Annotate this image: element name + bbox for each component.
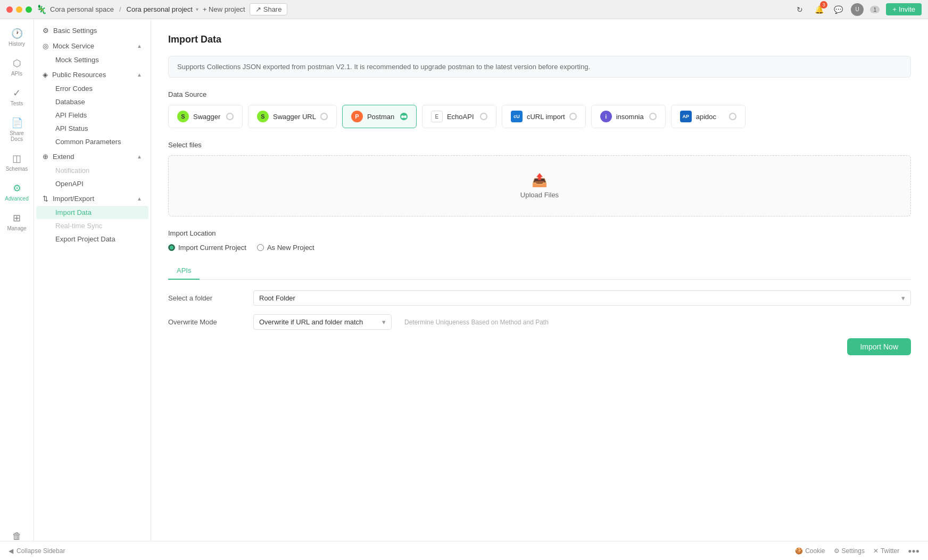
sidebar-item-schemas[interactable]: ◫ Schemas [2,148,32,176]
source-echoapi[interactable]: E EchoAPI [422,105,496,128]
import-location-label: Import Location [168,229,911,237]
tests-icon: ✓ [13,87,21,99]
source-curl[interactable]: cU cURL import [502,105,586,128]
import-location-options: Import Current Project As New Project [168,244,911,252]
select-files-section: Select files 📤 Upload Files [168,141,911,216]
import-export-header[interactable]: ⇅ Import/Export ▲ [34,191,151,206]
schemas-label: Schemas [6,166,28,172]
collapse-label: Collapse Sidebar [16,547,65,555]
mock-service-icon: ◎ [43,42,48,50]
sidebar-item-openapi[interactable]: OpenAPI [36,177,148,190]
new-project-button[interactable]: + New project [203,5,245,13]
sidebar-item-share-docs[interactable]: 📄 Share Docs [2,113,32,146]
import-current-label: Import Current Project [178,244,246,252]
settings-link[interactable]: ⚙ Settings [834,547,865,555]
sidebar-section-mock: ◎ Mock Service ▲ Mock Settings [34,39,151,66]
source-insomnia[interactable]: i insomnia [591,105,666,128]
close-button[interactable] [6,6,13,13]
avatar[interactable]: U [851,3,864,16]
basic-settings-header[interactable]: ⚙ Basic Settings [34,23,151,38]
sidebar-item-export-project[interactable]: Export Project Data [36,232,148,246]
sidebar-item-mock-settings[interactable]: Mock Settings [36,53,148,66]
source-apidoc[interactable]: AP apidoc [671,105,745,128]
sidebar-item-manage[interactable]: ⊞ Manage [2,208,32,236]
twitter-link[interactable]: ✕ Twitter [873,547,899,555]
manage-label: Manage [7,225,26,231]
manage-icon: ⊞ [13,212,21,224]
maximize-button[interactable] [26,6,32,13]
sidebar-item-history[interactable]: 🕐 History [2,23,32,51]
swagger-url-icon: S [257,111,269,122]
mock-service-header[interactable]: ◎ Mock Service ▲ [34,39,151,53]
overwrite-label: Overwrite Mode [168,318,253,326]
swagger-url-radio[interactable] [320,113,328,120]
select-files-label: Select files [168,141,911,149]
cookie-link[interactable]: 🍪 Cookie [795,547,825,555]
apis-icon: ⬡ [13,57,21,69]
folder-select[interactable]: Root Folder ▾ [253,290,911,306]
extend-title: ⊕ Extend [43,153,74,161]
insomnia-radio[interactable] [649,113,657,120]
sidebar-item-api-status[interactable]: API Status [36,122,148,135]
refresh-button[interactable]: ↻ [793,3,806,16]
overwrite-select[interactable]: Overwrite if URL and folder match ▾ [253,314,392,330]
sidebar-item-error-codes[interactable]: Error Codes [36,82,148,95]
import-now-button[interactable]: Import Now [847,338,911,355]
titlebar-left: 🦎 Cora personal space / Cora personal pr… [6,3,287,15]
sidebar-item-advanced[interactable]: ⚙ Advanced [2,178,32,206]
postman-radio[interactable] [400,113,408,120]
curl-label: cURL import [527,113,565,121]
import-current-option[interactable]: Import Current Project [168,244,246,252]
collapse-sidebar-button[interactable]: ◀ Collapse Sidebar [9,547,65,555]
invite-icon: + [892,5,897,13]
tab-apis[interactable]: APIs [168,262,200,280]
space-name: Cora personal space [50,5,114,13]
collapse-icon: ◀ [9,547,13,555]
sidebar-item-tests[interactable]: ✓ Tests [2,83,32,111]
apidoc-radio[interactable] [729,113,736,120]
source-postman[interactable]: P Postman [342,105,417,128]
data-source-section: Data Source S Swagger S Swagger URL P Po… [168,90,911,128]
more-link[interactable]: ●●● [908,547,919,555]
share-docs-label: Share Docs [4,130,30,142]
sidebar-item-notification: Notification [36,164,148,177]
main-content: Import Data Supports Collections JSON ex… [151,19,928,560]
sidebar-item-import-data[interactable]: Import Data [36,206,148,219]
public-resources-header[interactable]: ◈ Public Resources ▲ [34,68,151,82]
notification-badge: 3 [820,1,827,9]
project-name: Cora personal project [127,5,193,13]
overwrite-value: Overwrite if URL and folder match [259,318,363,326]
import-new-option[interactable]: As New Project [257,244,314,252]
trash-icon: 🗑 [12,531,22,542]
overwrite-control: Overwrite if URL and folder match ▾ Dete… [253,314,911,330]
chevron-up-icon-3: ▲ [137,154,142,160]
source-swagger-url[interactable]: S Swagger URL [248,105,337,128]
import-current-radio[interactable] [168,244,175,251]
breadcrumb-separator: / [119,5,121,13]
folder-value: Root Folder [259,294,295,302]
sidebar-item-database[interactable]: Database [36,95,148,108]
share-button[interactable]: ↗ Share [250,3,288,15]
minimize-button[interactable] [16,6,22,13]
invite-button[interactable]: + Invite [886,3,922,15]
curl-radio[interactable] [569,113,577,120]
message-button[interactable]: 💬 [832,3,844,16]
sidebar-item-common-parameters[interactable]: Common Parameters [36,135,148,148]
notification-button[interactable]: 🔔 3 [813,3,825,16]
insomnia-icon: i [600,111,612,122]
source-swagger[interactable]: S Swagger [168,105,243,128]
upload-area[interactable]: 📤 Upload Files [168,155,911,216]
sidebar-item-api-fields[interactable]: API Fields [36,108,148,122]
folder-control: Root Folder ▾ [253,290,911,306]
echoapi-radio[interactable] [480,113,487,120]
sidebar-section-basic: ⚙ Basic Settings [34,23,151,38]
tests-label: Tests [11,101,23,106]
overwrite-row: Overwrite Mode Overwrite if URL and fold… [168,314,911,330]
extend-header[interactable]: ⊕ Extend ▲ [34,149,151,164]
import-new-radio[interactable] [257,244,264,251]
postman-label: Postman [367,113,394,121]
sidebar-item-apis[interactable]: ⬡ APIs [2,53,32,81]
sidebar-item-realtime-sync: Real-time Sync [36,219,148,232]
folder-chevron-icon: ▾ [901,294,905,302]
swagger-radio[interactable] [226,113,234,120]
